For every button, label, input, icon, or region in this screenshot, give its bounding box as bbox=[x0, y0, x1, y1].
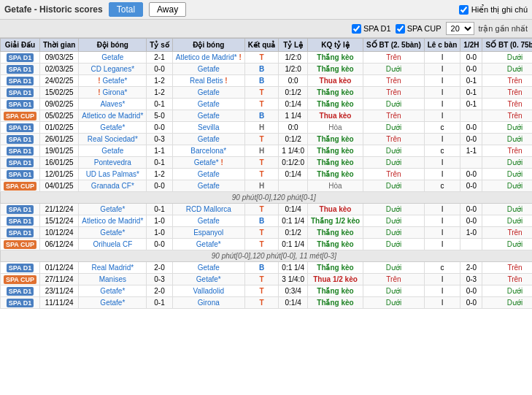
cell-date: 24/02/25 bbox=[40, 75, 79, 87]
table-row: SPA CUP 06/12/24 Orihuela CF 0-0 Getafe*… bbox=[1, 239, 533, 250]
cell-sb5: Dưới bbox=[363, 64, 425, 75]
league-badge: SPA D1 bbox=[7, 217, 34, 226]
cell-tile: 0:1/2:0 bbox=[279, 157, 308, 169]
cell-h2: 1-0 bbox=[460, 227, 482, 239]
cell-kq: T bbox=[244, 274, 279, 285]
cell-kq: T bbox=[244, 52, 279, 64]
cell-sb5: Dưới bbox=[363, 122, 425, 134]
cell-home: ! Getafe* bbox=[79, 75, 147, 87]
cell-lec: I bbox=[424, 87, 460, 99]
cell-h2: 0-0 bbox=[460, 122, 482, 134]
cell-sb75: Dưới bbox=[482, 297, 532, 309]
cell-sb5: Trên bbox=[363, 87, 425, 99]
cell-away: RCD Mallorca bbox=[172, 204, 244, 215]
cell-h2: 0-0 bbox=[460, 134, 482, 145]
cell-date: 11/11/24 bbox=[40, 297, 79, 309]
cell-sb5: Dưới bbox=[363, 145, 425, 157]
cell-score: 0-0 bbox=[147, 64, 172, 75]
cell-home: Alaves* bbox=[79, 99, 147, 110]
cell-sb75: Dưới bbox=[482, 52, 532, 64]
cell-h2: 2-0 bbox=[460, 262, 482, 274]
cell-kq: T bbox=[244, 285, 279, 297]
cell-sb5: Dưới bbox=[363, 285, 425, 297]
cell-home: Getafe* bbox=[79, 204, 147, 215]
cell-kqtl: Thắng kèo bbox=[307, 64, 363, 75]
cell-league: SPA D1 bbox=[1, 64, 40, 75]
table-row: SPA D1 16/01/25 Pontevedra 0-1 Getafe* !… bbox=[1, 157, 533, 169]
league-badge: SPA D1 bbox=[7, 229, 34, 237]
cell-away: Getafe bbox=[172, 215, 244, 227]
cell-home: ! Girona* bbox=[79, 87, 147, 99]
cell-kq: B bbox=[244, 215, 279, 227]
cell-tile: 0:1/2 bbox=[279, 134, 308, 145]
spa-cup-filter[interactable]: SPA CUP bbox=[396, 24, 442, 34]
cell-away: Espanyol bbox=[172, 227, 244, 239]
cell-lec: I bbox=[424, 99, 460, 110]
cell-date: 15/12/24 bbox=[40, 215, 79, 227]
spa-d1-filter[interactable]: SPA D1 bbox=[352, 24, 391, 34]
cell-kqtl: Thua kèo bbox=[307, 75, 363, 87]
cell-league: SPA D1 bbox=[1, 122, 40, 134]
cell-kq: T bbox=[244, 169, 279, 180]
cell-score: 0-0 bbox=[147, 239, 172, 250]
cell-kqtl: Thắng kèo bbox=[307, 285, 363, 297]
col-doi2: Đội bóng bbox=[172, 39, 244, 52]
cell-tile: 0:1/4 bbox=[279, 169, 308, 180]
col-sb5: SỐ BT (2. 5bàn) bbox=[363, 39, 425, 52]
cell-league: SPA D1 bbox=[1, 285, 40, 297]
cell-league: SPA D1 bbox=[1, 215, 40, 227]
cell-away: Getafe bbox=[172, 180, 244, 192]
cell-league: SPA D1 bbox=[1, 227, 40, 239]
spa-cup-checkbox[interactable] bbox=[396, 24, 405, 34]
cell-away: Getafe* bbox=[172, 274, 244, 285]
cell-h2: 0-3 bbox=[460, 274, 482, 285]
cell-lec: I bbox=[424, 52, 460, 64]
hien-thi-checkbox[interactable] bbox=[459, 5, 469, 15]
cell-league: SPA CUP bbox=[1, 110, 40, 122]
cell-tile: 0:1/4 bbox=[279, 99, 308, 110]
cell-tile: 0:1 1/4 bbox=[279, 215, 308, 227]
table-row: SPA D1 09/03/25 Getafe 2-1 Atletico de M… bbox=[1, 52, 533, 64]
cell-sb5: Trên bbox=[363, 52, 425, 64]
cell-kq: T bbox=[244, 204, 279, 215]
tab-total[interactable]: Total bbox=[109, 2, 143, 17]
cell-h2: 0-1 bbox=[460, 87, 482, 99]
table-row: SPA CUP 27/11/24 Manises 0-3 Getafe* T 3… bbox=[1, 274, 533, 285]
league-badge: SPA D1 bbox=[7, 205, 34, 214]
spa-cup-label: SPA CUP bbox=[407, 24, 442, 33]
cell-kq: T bbox=[244, 157, 279, 169]
cell-away: Getafe bbox=[172, 110, 244, 122]
cell-kqtl: Hòa bbox=[307, 180, 363, 192]
league-badge: SPA D1 bbox=[7, 158, 34, 167]
table-row: SPA D1 12/01/25 UD Las Palmas* 1-2 Getaf… bbox=[1, 169, 533, 180]
cell-league: SPA D1 bbox=[1, 134, 40, 145]
cell-h2: 0-0 bbox=[460, 285, 482, 297]
league-badge: SPA D1 bbox=[7, 287, 34, 296]
tab-away[interactable]: Away bbox=[149, 2, 186, 17]
cell-home: UD Las Palmas* bbox=[79, 169, 147, 180]
cell-score: 1-2 bbox=[147, 169, 172, 180]
cell-tile: 0:3/4 bbox=[279, 285, 308, 297]
cell-sb75: Dưới bbox=[482, 180, 532, 192]
cell-kq: B bbox=[244, 75, 279, 87]
cell-h2: 0-0 bbox=[460, 169, 482, 180]
cell-tile: 3 1/4:0 bbox=[279, 274, 308, 285]
cell-date: 19/01/25 bbox=[40, 145, 79, 157]
league-badge: SPA CUP bbox=[4, 240, 36, 249]
table-row: SPA D1 01/02/25 Getafe* 0-0 Sevilla H 0:… bbox=[1, 122, 533, 134]
count-select[interactable]: 1015202530 bbox=[446, 22, 474, 35]
cell-home: Granada CF* bbox=[79, 180, 147, 192]
col-sb75: SỐ BT (0. 75bàn) bbox=[482, 39, 532, 52]
cell-sb75: Dưới bbox=[482, 204, 532, 215]
cell-kq: H bbox=[244, 122, 279, 134]
cell-kq: T bbox=[244, 227, 279, 239]
hien-thi-section: Hiển thị ghi chú bbox=[459, 5, 528, 15]
cell-kq: T bbox=[244, 99, 279, 110]
cell-kqtl: Thắng kèo bbox=[307, 169, 363, 180]
table-row: SPA D1 23/11/24 Getafe* 2-0 Valladolid T… bbox=[1, 285, 533, 297]
cell-home: Getafe bbox=[79, 145, 147, 157]
cell-sb75: Dưới bbox=[482, 122, 532, 134]
spa-d1-checkbox[interactable] bbox=[352, 24, 361, 34]
scores-table: Giải Đấu Thời gian Đội bóng Tỷ số Đội bó… bbox=[0, 38, 532, 309]
cell-score: 1-2 bbox=[147, 75, 172, 87]
